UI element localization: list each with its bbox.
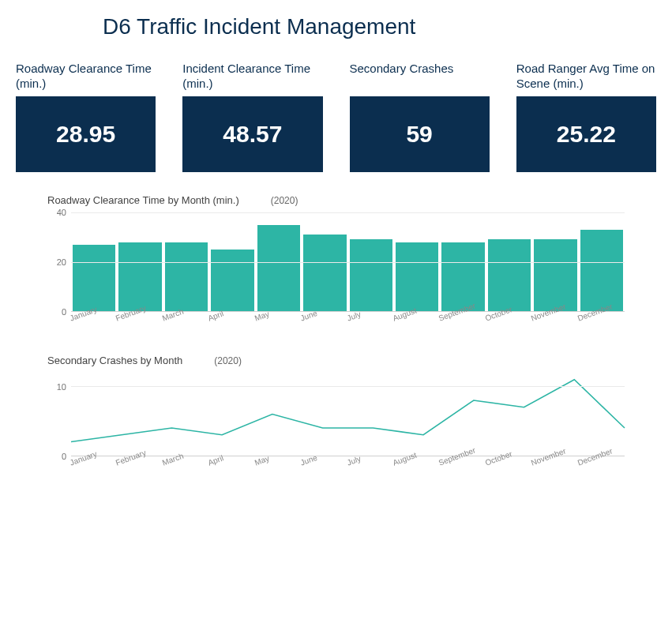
kpi-incident-clearance: Incident Clearance Time (min.) 48.57 — [182, 62, 322, 172]
bar-chart-title: Roadway Clearance Time by Month (min.) — [47, 194, 239, 206]
kpi-secondary-crashes: Secondary Crashes 59 — [350, 62, 490, 172]
y-tick: 20 — [57, 257, 66, 267]
bar-plot — [71, 212, 625, 312]
line-series — [71, 380, 625, 442]
kpi-value: 59 — [350, 96, 490, 172]
line-chart-block: Secondary Crashes by Month (2020) 010 Ja… — [47, 355, 625, 475]
y-tick: 0 — [62, 307, 66, 317]
kpi-label: Roadway Clearance Time (min.) — [16, 62, 156, 93]
kpi-value: 25.22 — [516, 96, 656, 172]
kpi-label: Secondary Crashes — [350, 62, 490, 93]
line-y-axis: 010 — [47, 373, 69, 456]
y-tick: 10 — [57, 382, 66, 392]
kpi-roadway-clearance: Roadway Clearance Time (min.) 28.95 — [16, 62, 156, 172]
kpi-row: Roadway Clearance Time (min.) 28.95 Inci… — [16, 62, 656, 172]
bar-chart-area: 02040 JanuaryFebruaryMarchAprilMayJuneJu… — [47, 212, 625, 331]
y-tick: 0 — [62, 452, 66, 461]
kpi-value: 48.57 — [182, 96, 322, 172]
line-x-axis: JanuaryFebruaryMarchAprilMayJuneJulyAugu… — [71, 456, 625, 475]
line-chart-title: Secondary Crashes by Month — [47, 355, 182, 366]
kpi-label: Road Ranger Avg Time on Scene (min.) — [516, 62, 656, 93]
kpi-road-ranger: Road Ranger Avg Time on Scene (min.) 25.… — [516, 62, 656, 172]
bar-y-axis: 02040 — [47, 212, 69, 312]
line-chart-year: (2020) — [214, 355, 242, 366]
page-title: D6 Traffic Incident Management — [103, 14, 672, 39]
line-chart-area: 010 JanuaryFebruaryMarchAprilMayJuneJuly… — [47, 373, 625, 475]
bar-x-axis: JanuaryFebruaryMarchAprilMayJuneJulyAugu… — [71, 312, 625, 331]
bar-chart-block: Roadway Clearance Time by Month (min.) (… — [47, 194, 625, 331]
kpi-value: 28.95 — [16, 96, 156, 172]
y-tick: 40 — [57, 208, 66, 217]
bar — [257, 225, 300, 311]
bar-chart-year: (2020) — [271, 195, 298, 206]
kpi-label: Incident Clearance Time (min.) — [182, 62, 322, 93]
